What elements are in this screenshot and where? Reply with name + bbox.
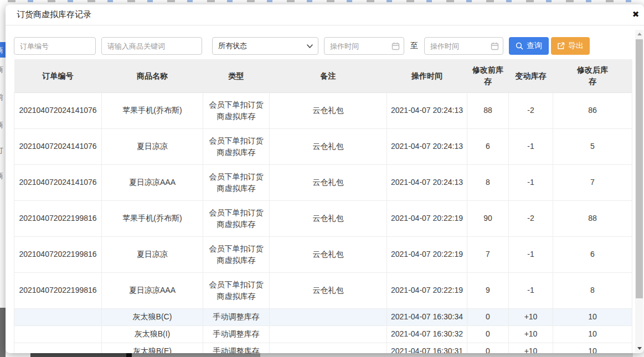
table-row: 202104072022199816夏日凉凉会员下单扣订货商虚拟库存云仓礼包20… [14,236,632,272]
close-icon[interactable]: ✖ [630,9,641,20]
virtual-stock-record-modal: 订货商虚拟库存记录 ✖ 所有状态 至 [6,4,644,353]
stock-record-table: 订单编号商品名称类型备注操作时间修改前库存变动库存修改后库存 202104072… [14,59,632,353]
table-cell: 0 [467,308,509,325]
status-select-value: 所有状态 [218,41,247,51]
table-cell: 7 [467,236,509,272]
table-header-row: 订单编号商品名称类型备注操作时间修改前库存变动库存修改后库存 [14,59,632,92]
table-cell: -2 [509,200,553,236]
table-cell: 10 [553,343,632,353]
table-cell: 夏日凉凉AAA [102,272,203,308]
table-cell: 会员下单扣订货商虚拟库存 [203,200,270,236]
column-header: 操作时间 [387,59,467,92]
table-cell: 云仓礼包 [270,128,387,164]
modal-header: 订货商虚拟库存记录 [6,4,644,25]
table-cell: 6 [467,128,509,164]
sidebar-item-fragment: 商 [0,120,6,131]
date-range-to-label: 至 [410,41,419,51]
scrollbar-down-arrow-icon[interactable] [635,344,643,353]
table-cell: -1 [509,128,553,164]
order-number-input[interactable] [14,37,96,55]
bottom-bar-segment [126,353,132,357]
scrollbar-thumb[interactable] [636,39,643,298]
table-cell: -1 [509,164,553,200]
table-cell: 86 [553,92,632,128]
status-select[interactable]: 所有状态 [212,37,318,55]
date-to-input[interactable] [424,37,503,55]
table-cell: 手动调整库存 [203,343,270,353]
export-button-label: 导出 [568,41,584,51]
table-row: 灰太狼B(I)手动调整库存2021-04-07 16:30:320+1010 [14,325,632,343]
table-cell: 苹果手机(乔布斯) [102,92,203,128]
table-cell [270,308,387,325]
bottom-bar-segment [132,353,260,357]
table-cell: -1 [509,272,553,308]
table-cell: 90 [467,200,509,236]
export-button[interactable]: 导出 [551,37,590,55]
table-cell: 会员下单扣订货商虚拟库存 [203,164,270,200]
table-cell: 202104072024141076 [14,92,102,128]
chevron-down-icon [307,44,313,49]
table-cell: 云仓礼包 [270,200,387,236]
table-cell: 202104072022199816 [14,236,102,272]
table-cell: +10 [509,325,553,343]
table-cell: 202104072024141076 [14,164,102,200]
table-row: 202104072024141076夏日凉凉会员下单扣订货商虚拟库存云仓礼包20… [14,128,632,164]
table-cell [14,308,102,325]
table-cell: 灰太狼B(I) [102,325,203,343]
sidebar-fragments: 商商前商订商 [0,0,6,357]
table-cell: 云仓礼包 [270,272,387,308]
table-cell: 手动调整库存 [203,308,270,325]
table-cell: 202104072024141076 [14,128,102,164]
table-row: 202104072022199816夏日凉凉AAA会员下单扣订货商虚拟库存云仓礼… [14,272,632,308]
table-cell: 苹果手机(乔布斯) [102,200,203,236]
table-cell: 202104072022199816 [14,272,102,308]
table-cell: +10 [509,308,553,325]
date-from-field[interactable] [324,37,404,55]
table-row: 灰太狼B(C)手动调整库存2021-04-07 16:30:340+1010 [14,308,632,325]
table-cell [270,325,387,343]
table-cell: 7 [553,164,632,200]
table-cell: 8 [553,272,632,308]
table-cell [14,325,102,343]
search-button[interactable]: 查询 [509,37,549,55]
table-cell [270,343,387,353]
table-cell: 2021-04-07 16:30:32 [387,325,467,343]
table-cell: 2021-04-07 16:30:34 [387,308,467,325]
vertical-scrollbar[interactable] [635,30,643,353]
table-cell: 0 [467,343,509,353]
table-cell: 夏日凉凉AAA [102,164,203,200]
table-cell: 云仓礼包 [270,236,387,272]
column-header: 变动库存 [509,59,553,92]
table-cell: 夏日凉凉 [102,236,203,272]
table-cell: 会员下单扣订货商虚拟库存 [203,92,270,128]
product-keyword-input[interactable] [101,37,202,55]
column-header: 类型 [203,59,270,92]
table-row: 灰太狼B(E)手动调整库存2021-04-07 16:30:310+1010 [14,343,632,353]
export-icon [557,42,565,50]
table-cell: 202104072022199816 [14,200,102,236]
table-cell: 2021-04-07 20:24:13 [387,128,467,164]
table-cell: 2021-04-07 16:30:31 [387,343,467,353]
search-button-label: 查询 [527,41,542,51]
sidebar-item-fragment: 订 [0,145,6,156]
table-cell: -1 [509,236,553,272]
date-from-input[interactable] [324,37,404,55]
sidebar-item-fragment: 商 [0,170,6,182]
table-row: 202104072024141076苹果手机(乔布斯)会员下单扣订货商虚拟库存云… [14,92,632,128]
date-to-field[interactable] [424,37,503,55]
search-icon [516,42,523,50]
table-cell: 2021-04-07 20:22:19 [387,272,467,308]
table-cell: 2021-04-07 20:24:13 [387,92,467,128]
filter-bar: 所有状态 至 [6,25,644,59]
bottom-bar-segment [30,353,126,357]
bottom-bar-segment [260,353,633,357]
table-cell: 10 [553,308,632,325]
background-page-bottom-edge [0,353,644,357]
table-cell: 2021-04-07 20:22:19 [387,236,467,272]
table-cell: 灰太狼B(C) [102,308,203,325]
table-cell: 9 [467,272,509,308]
sidebar-bottom-block [0,308,6,357]
table-cell: 88 [553,200,632,236]
scrollbar-up-arrow-icon[interactable] [635,30,643,38]
table-cell: 夏日凉凉 [102,128,203,164]
